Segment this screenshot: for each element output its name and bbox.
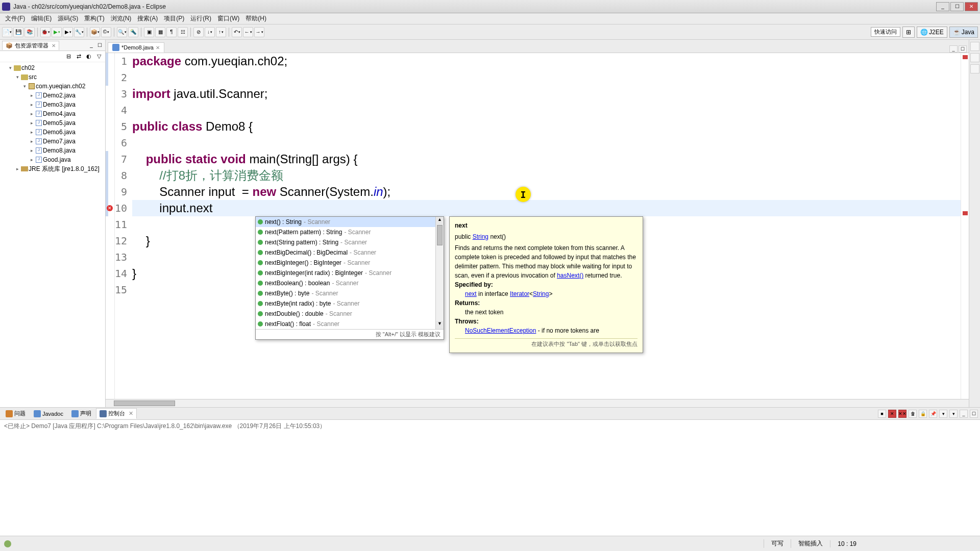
doc-link-string2[interactable]: String [533,290,549,297]
terminate-icon[interactable]: ■ [878,410,886,418]
menu-project[interactable]: 项目(P) [161,14,187,23]
editor-minimize-icon[interactable]: _ [949,45,958,53]
doc-link-next[interactable]: next [465,290,477,297]
project-tree[interactable]: ▾ch02 ▾src ▾com.yueqian.ch02 ▸Demo2.java… [0,62,105,407]
tree-file[interactable]: Demo3.java [43,101,76,108]
maximize-button[interactable]: ☐ [950,2,964,11]
new-class-button[interactable]: © [101,27,111,37]
autocomplete-item[interactable]: nextByte() : byte - Scanner [256,288,444,298]
menu-navigate[interactable]: 浏览(N) [108,14,135,23]
tree-src[interactable]: src [29,73,37,81]
doc-link-string[interactable]: String [473,233,488,240]
autocomplete-item[interactable]: nextFloat() : float - Scanner [256,319,444,329]
open-perspective-button[interactable]: ⊞ [902,27,915,38]
menu-help[interactable]: 帮助(H) [242,14,270,23]
menu-run[interactable]: 运行(R) [187,14,214,23]
clear-console-icon[interactable]: 🗑 [909,410,917,418]
toggle-breadcrumb-button[interactable]: ☷ [178,27,188,37]
tree-jre[interactable]: JRE 系统库 [jre1.8.0_162] [29,165,100,173]
minimize-view-icon[interactable]: _ [88,42,95,49]
error-marker-icon[interactable]: ✕ [107,205,113,211]
perspective-j2ee[interactable]: 🌐J2EE [917,27,947,38]
collapse-all-icon[interactable]: ⊟ [64,53,72,61]
last-edit-button[interactable]: ↶ [232,27,242,37]
minimap-icon[interactable] [970,64,979,73]
save-button[interactable]: 💾 [13,27,23,37]
tree-file[interactable]: Demo7.java [43,138,76,145]
next-annotation-button[interactable]: ↓ [205,27,215,37]
menu-source[interactable]: 源码(S) [55,14,81,23]
autocomplete-item[interactable]: next(String pattern) : String - Scanner [256,237,444,247]
tab-console[interactable]: 控制台✕ [96,408,137,419]
tree-file[interactable]: Demo5.java [43,119,76,127]
tree-file[interactable]: Demo2.java [43,92,76,99]
package-explorer-tab[interactable]: 📦 包资源管理器 ✕ [2,41,59,50]
doc-link-hasnext[interactable]: hasNext() [557,272,583,279]
close-button[interactable]: ✕ [965,2,978,11]
save-all-button[interactable]: 📚 [24,27,35,37]
view-menu-icon[interactable]: ▽ [95,53,103,61]
show-whitespace-button[interactable]: ¶ [166,27,177,37]
autocomplete-item[interactable]: nextBoolean() : boolean - Scanner [256,278,444,288]
javadoc-popup[interactable]: next public String next() Finds and retu… [449,216,643,353]
tree-file[interactable]: Demo6.java [43,129,76,136]
tab-problems[interactable]: 问题 [2,408,29,419]
menu-refactor[interactable]: 重构(T) [81,14,107,23]
external-tools-button[interactable]: 🔧 [74,27,84,37]
link-editor-icon[interactable]: ⇄ [75,53,83,61]
quick-access[interactable]: 快速访问 [871,27,900,37]
focus-task-icon[interactable]: ◐ [85,53,93,61]
toggle-mark-button[interactable]: ▣ [144,27,154,37]
maximize-console-icon[interactable]: ☐ [970,410,978,418]
task-list-icon[interactable] [970,53,979,62]
debug-button[interactable]: 🐞 [40,27,51,37]
minimize-button[interactable]: _ [936,2,949,11]
close-tab-icon[interactable]: ✕ [52,43,56,48]
autocomplete-scrollbar[interactable]: ▲▼ [435,217,444,329]
toggle-block-button[interactable]: ▦ [155,27,165,37]
menu-search[interactable]: 搜索(A) [134,14,161,23]
display-console-icon[interactable]: ▾ [939,410,947,418]
outline-view-icon[interactable] [970,42,979,51]
doc-link-exception[interactable]: NoSuchElementException [465,327,536,334]
editor-maximize-icon[interactable]: ☐ [959,45,967,53]
overview-ruler[interactable] [961,53,969,399]
new-button[interactable]: 📄 [2,27,12,37]
autocomplete-item[interactable]: next(Pattern pattern) : String - Scanner [256,227,444,237]
skip-breakpoints-button[interactable]: ⊘ [193,27,204,37]
back-button[interactable]: ← [243,27,253,37]
tree-package[interactable]: com.yueqian.ch02 [36,83,85,90]
forward-button[interactable]: → [254,27,264,37]
menu-edit[interactable]: 编辑(E) [28,14,55,23]
autocomplete-item[interactable]: next() : String - Scanner [256,217,444,227]
autocomplete-item[interactable]: nextBigInteger() : BigInteger - Scanner [256,258,444,268]
editor-hscrollbar[interactable] [106,399,969,407]
tab-declaration[interactable]: 声明 [68,408,95,419]
code-editor[interactable]: ✕ 123456789101112131415 package com.yueq… [106,53,969,399]
tree-file[interactable]: Demo8.java [43,147,76,154]
tree-file[interactable]: Good.java [43,156,71,163]
autocomplete-item[interactable]: nextByte(int radix) : byte - Scanner [256,298,444,309]
close-editor-tab-icon[interactable]: ✕ [156,45,160,51]
remove-terminated-icon[interactable]: ✕ [888,410,896,418]
remove-all-terminated-icon[interactable]: ✕✕ [898,410,906,418]
open-console-icon[interactable]: ▾ [949,410,958,418]
minimize-console-icon[interactable]: _ [960,410,968,418]
search-button[interactable]: 🔦 [128,27,138,37]
new-package-button[interactable]: 📦 [90,27,100,37]
open-type-button[interactable]: 🔍 [117,27,127,37]
doc-link-iterator[interactable]: Iterator [510,290,529,297]
autocomplete-item[interactable]: nextBigDecimal() : BigDecimal - Scanner [256,247,444,258]
pin-console-icon[interactable]: 📌 [929,410,937,418]
console-body[interactable] [0,433,980,536]
editor-tab[interactable]: *Demo8.java ✕ [108,42,164,53]
prev-annotation-button[interactable]: ↑ [216,27,226,37]
perspective-java[interactable]: ☕Java [949,27,978,38]
run-last-button[interactable]: ▶ [63,27,73,37]
menu-file[interactable]: 文件(F) [2,14,28,23]
autocomplete-popup[interactable]: next() : String - Scanner next(Pattern p… [255,216,444,340]
menu-window[interactable]: 窗口(W) [214,14,242,23]
tab-javadoc[interactable]: Javadoc [30,409,67,419]
scroll-lock-icon[interactable]: 🔒 [919,410,927,418]
tree-file[interactable]: Demo4.java [43,110,76,117]
